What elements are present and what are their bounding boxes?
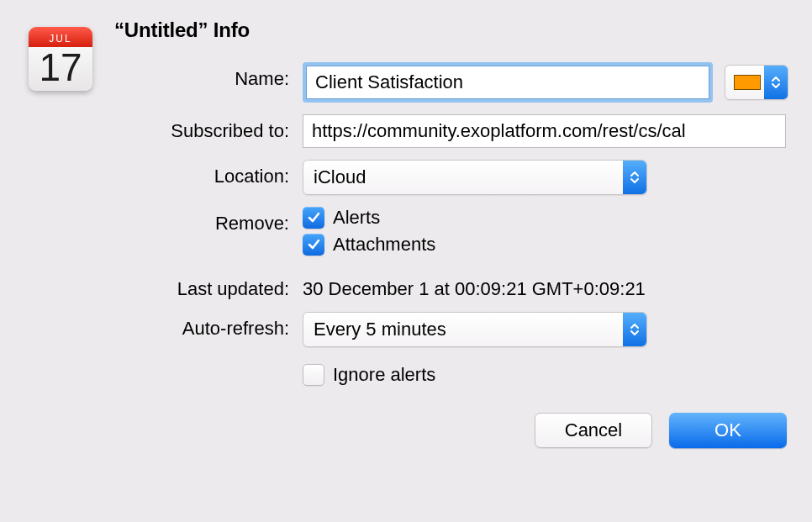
auto-refresh-select-value: Every 5 minutes [303,319,623,340]
remove-label: Remove: [18,207,303,235]
subscribed-label: Subscribed to: [18,114,303,142]
location-select[interactable]: iCloud [303,160,647,195]
name-input[interactable] [306,66,709,99]
alerts-checkbox-label: Alerts [333,207,380,229]
chevron-up-down-icon [623,313,646,346]
attachments-checkbox-label: Attachments [333,234,435,256]
subscribed-to-input[interactable] [303,114,786,148]
last-updated-label: Last updated: [18,272,303,300]
ignore-alerts-checkbox-label: Ignore alerts [333,364,435,386]
calendar-icon-month: JUL [49,33,71,45]
auto-refresh-select[interactable]: Every 5 minutes [303,312,647,347]
auto-refresh-label: Auto-refresh: [18,312,303,340]
cancel-button[interactable]: Cancel [535,413,652,448]
name-label: Name: [18,62,303,90]
checkmark-icon [307,211,320,224]
alerts-checkbox[interactable] [303,207,324,229]
attachments-checkbox[interactable] [303,234,324,256]
calendar-color-popup[interactable] [725,65,788,100]
chevron-up-down-icon [764,66,788,99]
checkmark-icon [307,238,320,251]
last-updated-value: 30 December 1 at 00:09:21 GMT+0:09:21 [303,272,788,300]
dialog-title: “Untitled” Info [114,18,250,42]
location-label: Location: [18,160,303,187]
color-swatch [734,75,761,90]
ok-button[interactable]: OK [669,413,787,448]
location-select-value: iCloud [303,166,623,188]
chevron-up-down-icon [623,161,646,194]
ignore-alerts-checkbox[interactable] [303,364,324,386]
calendar-app-icon: JUL 17 [18,18,103,103]
